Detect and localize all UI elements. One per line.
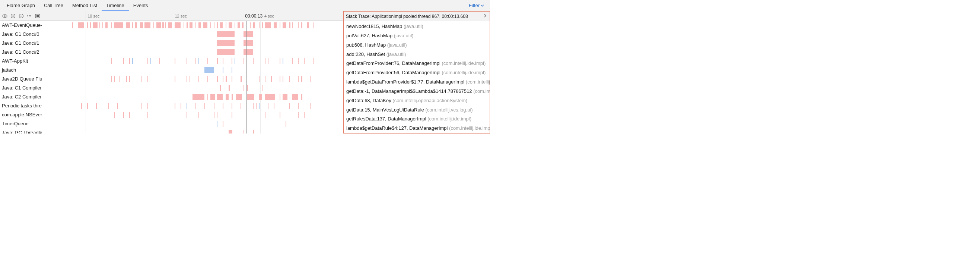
activity-segment[interactable]	[226, 22, 226, 28]
activity-segment[interactable]	[199, 76, 199, 82]
activity-segment[interactable]	[156, 22, 161, 28]
activity-segment[interactable]	[129, 76, 130, 82]
activity-segment[interactable]	[292, 94, 298, 100]
activity-segment[interactable]	[274, 22, 277, 28]
timeline-row[interactable]: Java2D Queue Flusher	[0, 75, 343, 83]
activity-segment[interactable]	[265, 22, 271, 28]
activity-segment[interactable]	[292, 22, 293, 28]
activity-segment[interactable]	[114, 22, 123, 28]
activity-segment[interactable]	[310, 103, 310, 109]
activity-segment[interactable]	[268, 103, 269, 109]
activity-segment[interactable]	[243, 31, 253, 37]
activity-segment[interactable]	[132, 22, 133, 28]
activity-segment[interactable]	[96, 103, 97, 109]
activity-segment[interactable]	[289, 76, 290, 82]
activity-segment[interactable]	[259, 22, 259, 28]
thread-track[interactable]	[42, 66, 343, 75]
activity-segment[interactable]	[207, 94, 208, 100]
activity-segment[interactable]	[207, 76, 208, 82]
activity-segment[interactable]	[111, 76, 112, 82]
activity-segment[interactable]	[232, 67, 232, 73]
activity-segment[interactable]	[280, 58, 280, 64]
thread-track[interactable]	[42, 128, 343, 133]
time-ruler[interactable]: 00:00:13 10 sec12 sec14 sec	[42, 11, 343, 21]
timeline-body[interactable]: AWT-EventQueue-0Java: G1 Conc#0Java: G1 …	[0, 21, 343, 133]
activity-segment[interactable]	[247, 94, 254, 100]
activity-segment[interactable]	[114, 76, 115, 82]
activity-segment[interactable]	[271, 76, 272, 82]
activity-segment[interactable]	[189, 76, 190, 82]
activity-segment[interactable]	[217, 94, 223, 100]
activity-segment[interactable]	[304, 58, 305, 64]
activity-segment[interactable]	[129, 58, 130, 64]
activity-segment[interactable]	[214, 22, 215, 28]
stack-frame[interactable]: getData:68, DataKey (com.intellij.openap…	[344, 96, 490, 106]
timeline-row[interactable]: Java: GC Thread#0	[0, 128, 343, 133]
activity-segment[interactable]	[199, 112, 199, 118]
activity-segment[interactable]	[207, 58, 208, 64]
stack-frame[interactable]: lambda$getDataRule$4:127, DataManagerImp…	[344, 124, 490, 133]
thread-track[interactable]	[42, 101, 343, 110]
activity-segment[interactable]	[247, 85, 248, 91]
stack-frame[interactable]: getData:-1, DataManagerImpl$$Lambda$1414…	[344, 87, 490, 96]
timeline-row[interactable]: Java: G1 Conc#2	[0, 48, 343, 57]
eye-icon[interactable]	[2, 13, 8, 19]
activity-segment[interactable]	[217, 76, 218, 82]
activity-segment[interactable]	[243, 49, 253, 55]
activity-segment[interactable]	[298, 103, 299, 109]
activity-segment[interactable]	[232, 112, 232, 118]
activity-segment[interactable]	[298, 76, 299, 82]
activity-segment[interactable]	[184, 22, 184, 28]
activity-segment[interactable]	[159, 58, 160, 64]
activity-segment[interactable]	[223, 121, 223, 127]
activity-segment[interactable]	[192, 94, 204, 100]
activity-segment[interactable]	[111, 22, 112, 28]
thread-track[interactable]	[42, 57, 343, 66]
activity-segment[interactable]	[99, 22, 100, 28]
activity-segment[interactable]	[237, 22, 240, 28]
tab-call-tree[interactable]: Call Tree	[40, 0, 68, 11]
activity-segment[interactable]	[217, 31, 235, 37]
activity-segment[interactable]	[232, 76, 232, 82]
activity-segment[interactable]	[298, 112, 299, 118]
activity-segment[interactable]	[175, 76, 175, 82]
activity-segment[interactable]	[253, 103, 254, 109]
activity-segment[interactable]	[217, 112, 218, 118]
thread-track[interactable]	[42, 119, 343, 128]
activity-segment[interactable]	[132, 58, 133, 64]
activity-segment[interactable]	[196, 58, 196, 64]
thread-track[interactable]	[42, 93, 343, 101]
stack-frame[interactable]: getData:15, MainVcsLogUiDataRule (com.in…	[344, 106, 490, 115]
activity-segment[interactable]	[232, 58, 232, 64]
timeline-row[interactable]: jattach	[0, 66, 343, 75]
activity-segment[interactable]	[247, 22, 247, 28]
activity-segment[interactable]	[214, 112, 215, 118]
activity-segment[interactable]	[313, 58, 313, 64]
stack-frame[interactable]: getRulesData:137, DataManagerImpl (com.i…	[344, 115, 490, 124]
activity-segment[interactable]	[232, 94, 233, 100]
activity-segment[interactable]	[223, 103, 223, 109]
activity-segment[interactable]	[307, 22, 309, 28]
stack-frame[interactable]: newNode:1815, HashMap (java.util)	[344, 22, 490, 31]
activity-segment[interactable]	[247, 103, 247, 109]
activity-segment[interactable]	[217, 58, 218, 64]
activity-segment[interactable]	[229, 22, 232, 28]
activity-segment[interactable]	[220, 85, 221, 91]
zoom-out-icon[interactable]	[18, 13, 25, 19]
activity-segment[interactable]	[214, 103, 215, 109]
stack-frame[interactable]: putVal:627, HashMap (java.util)	[344, 31, 490, 41]
activity-segment[interactable]	[243, 130, 244, 133]
activity-segment[interactable]	[243, 58, 244, 64]
activity-segment[interactable]	[250, 22, 251, 28]
tab-timeline[interactable]: Timeline	[102, 0, 129, 11]
activity-segment[interactable]	[313, 22, 313, 28]
activity-segment[interactable]	[286, 121, 286, 127]
timeline-row[interactable]: AWT-EventQueue-0	[0, 21, 343, 30]
activity-segment[interactable]	[93, 22, 97, 28]
activity-segment[interactable]	[186, 112, 187, 118]
stack-trace-list[interactable]: newNode:1815, HashMap (java.util)putVal:…	[344, 21, 490, 133]
activity-segment[interactable]	[186, 103, 187, 109]
thread-track[interactable]	[42, 21, 343, 30]
stack-frame[interactable]: put:608, HashMap (java.util)	[344, 41, 490, 50]
activity-segment[interactable]	[283, 94, 287, 100]
